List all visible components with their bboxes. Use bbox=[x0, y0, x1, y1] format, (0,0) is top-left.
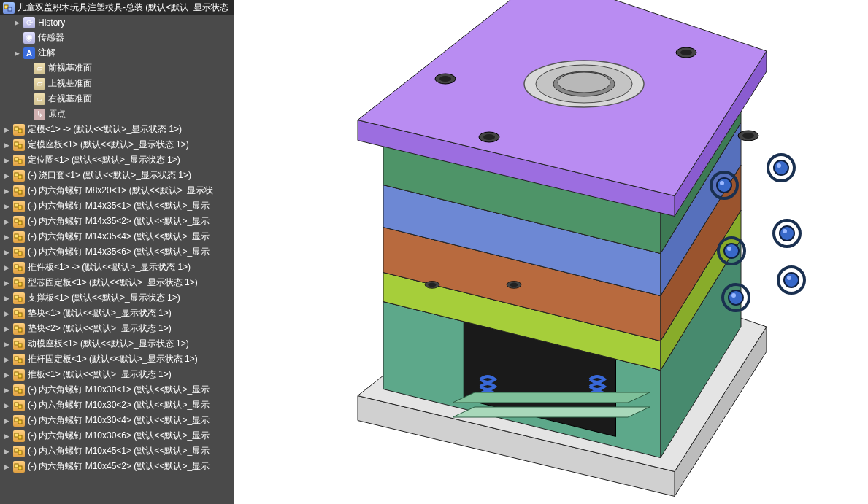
svg-rect-16 bbox=[15, 234, 18, 238]
tree-item-label: 定位圈<1> (默认<<默认>_显示状态 1>) bbox=[28, 154, 180, 166]
tree-item[interactable]: ▶推杆固定板<1> (默认<<默认>_显示状态 1>) bbox=[0, 352, 234, 367]
tree-header[interactable]: 儿童双盖积木玩具注塑模具-总装 (默认<默认_显示状态 bbox=[0, 0, 234, 15]
part-icon bbox=[13, 231, 25, 243]
part-icon bbox=[13, 170, 25, 182]
tree-item[interactable]: ▱前视基准面 bbox=[0, 61, 234, 76]
expand-icon[interactable]: ▶ bbox=[13, 19, 20, 26]
bolt-icon bbox=[425, 282, 439, 289]
tree-item[interactable]: ▶推件板<1> -> (默认<<默认>_显示状态 1>) bbox=[0, 260, 234, 275]
expand-icon[interactable]: ▶ bbox=[3, 218, 10, 225]
expand-icon[interactable]: ▶ bbox=[3, 295, 10, 302]
expand-icon[interactable]: ▶ bbox=[3, 341, 10, 348]
expand-icon[interactable]: ▶ bbox=[3, 279, 10, 287]
svg-rect-23 bbox=[18, 282, 22, 286]
part-icon bbox=[13, 292, 25, 304]
tree-item[interactable]: ▶型芯固定板<1> (默认<<默认>_显示状态 1>) bbox=[0, 275, 234, 290]
tree-item-label: 动模座板<1> (默认<<默认>_显示状态 1>) bbox=[28, 338, 189, 350]
expand-icon[interactable]: ▶ bbox=[3, 172, 10, 179]
graphics-viewport[interactable] bbox=[234, 0, 868, 504]
expand-icon[interactable]: ▶ bbox=[3, 126, 10, 133]
svg-rect-47 bbox=[18, 466, 22, 470]
bolt-icon bbox=[676, 47, 696, 58]
tree-item[interactable]: ↳原点 bbox=[0, 106, 234, 122]
annot-icon: A bbox=[23, 47, 35, 59]
expand-icon[interactable]: ▶ bbox=[3, 187, 10, 195]
part-icon bbox=[13, 369, 25, 381]
expand-icon[interactable]: ▶ bbox=[13, 50, 20, 57]
feature-tree-panel[interactable]: 儿童双盖积木玩具注塑模具-总装 (默认<默认_显示状态 ▶⟳History◉传感… bbox=[0, 0, 234, 504]
history-icon: ⟳ bbox=[23, 17, 35, 28]
expand-icon[interactable]: ▶ bbox=[3, 310, 10, 317]
svg-rect-5 bbox=[18, 144, 22, 148]
tree-item[interactable]: ▱右视基准面 bbox=[0, 91, 234, 106]
svg-rect-28 bbox=[15, 326, 18, 330]
mold-model bbox=[299, 0, 825, 504]
part-icon bbox=[13, 400, 25, 411]
part-icon bbox=[13, 155, 25, 166]
ejector-plate-inner bbox=[453, 407, 650, 417]
expand-icon bbox=[23, 111, 31, 118]
expand-icon[interactable]: ▶ bbox=[3, 249, 10, 256]
tree-item[interactable]: ▶(-) 内六角螺钉 M14x35<2> (默认<<默认>_显示 bbox=[0, 214, 234, 229]
expand-icon[interactable]: ▶ bbox=[3, 433, 10, 440]
expand-icon[interactable]: ▶ bbox=[3, 387, 10, 394]
origin-icon: ↳ bbox=[34, 109, 45, 120]
tree-item[interactable]: ▶(-) 内六角螺钉 M10x30<6> (默认<<默认>_显示 bbox=[0, 428, 234, 443]
svg-rect-14 bbox=[15, 219, 18, 222]
tree-item[interactable]: ▶推板<1> (默认<<默认>_显示状态 1>) bbox=[0, 367, 234, 382]
tree-item-label: 垫块<2> (默认<<默认>_显示状态 1>) bbox=[28, 322, 172, 335]
expand-icon[interactable]: ▶ bbox=[3, 203, 10, 210]
svg-rect-34 bbox=[15, 372, 18, 376]
tree-item[interactable]: ▶(-) 内六角螺钉 M8x20<1> (默认<<默认>_显示状 bbox=[0, 183, 234, 198]
expand-icon[interactable]: ▶ bbox=[3, 417, 10, 424]
tree-item[interactable]: ◉传感器 bbox=[0, 30, 234, 45]
part-icon bbox=[13, 415, 25, 427]
expand-icon[interactable]: ▶ bbox=[3, 233, 10, 241]
tree-item[interactable]: ▶支撑板<1> (默认<<默认>_显示状态 1>) bbox=[0, 290, 234, 306]
expand-icon[interactable]: ▶ bbox=[3, 463, 10, 470]
svg-rect-32 bbox=[15, 357, 18, 360]
tree-item[interactable]: ▶动模座板<1> (默认<<默认>_显示状态 1>) bbox=[0, 336, 234, 352]
tree-item[interactable]: ▶⟳History bbox=[0, 15, 234, 30]
tree-item[interactable]: ▶(-) 内六角螺钉 M10x45<1> (默认<<默认>_显示 bbox=[0, 443, 234, 459]
expand-icon[interactable]: ▶ bbox=[3, 356, 10, 363]
tree-item[interactable]: ▶垫块<2> (默认<<默认>_显示状态 1>) bbox=[0, 321, 234, 336]
tree-item[interactable]: ▶定模座板<1> (默认<<默认>_显示状态 1>) bbox=[0, 137, 234, 152]
expand-icon[interactable]: ▶ bbox=[3, 325, 10, 333]
tree-item[interactable]: ▶(-) 浇口套<1> (默认<<默认>_显示状态 1>) bbox=[0, 168, 234, 183]
expand-icon[interactable]: ▶ bbox=[3, 264, 10, 271]
part-icon bbox=[13, 308, 25, 319]
expand-icon bbox=[23, 80, 31, 88]
expand-icon[interactable]: ▶ bbox=[3, 157, 10, 164]
tree-item[interactable]: ▶(-) 内六角螺钉 M10x30<4> (默认<<默认>_显示 bbox=[0, 413, 234, 428]
tree-item-label: 原点 bbox=[48, 108, 66, 120]
tree-item[interactable]: ▱上视基准面 bbox=[0, 76, 234, 91]
tree-item[interactable]: ▶(-) 内六角螺钉 M10x30<2> (默认<<默认>_显示 bbox=[0, 398, 234, 413]
part-icon bbox=[13, 216, 25, 228]
port-icon bbox=[774, 220, 800, 247]
plane-icon: ▱ bbox=[34, 78, 45, 90]
tree-item[interactable]: ▶A注解 bbox=[0, 45, 234, 61]
svg-rect-42 bbox=[15, 433, 18, 437]
tree-item-label: (-) 内六角螺钉 M10x45<2> (默认<<默认>_显示 bbox=[28, 460, 210, 473]
tree-item[interactable]: ▶(-) 内六角螺钉 M14x35<4> (默认<<默认>_显示 bbox=[0, 229, 234, 244]
tree-item[interactable]: ▶(-) 内六角螺钉 M14x35<1> (默认<<默认>_显示 bbox=[0, 198, 234, 214]
tree-item[interactable]: ▶垫块<1> (默认<<默认>_显示状态 1>) bbox=[0, 306, 234, 321]
tree-item-label: 前视基准面 bbox=[48, 62, 92, 74]
svg-point-56 bbox=[558, 72, 610, 93]
tree-item[interactable]: ▶(-) 内六角螺钉 M10x30<1> (默认<<默认>_显示 bbox=[0, 382, 234, 398]
tree-item-label: 右视基准面 bbox=[48, 93, 92, 105]
tree-item[interactable]: ▶(-) 内六角螺钉 M10x45<2> (默认<<默认>_显示 bbox=[0, 459, 234, 474]
tree-item[interactable]: ▶定模<1> -> (默认<<默认>_显示状态 1>) bbox=[0, 122, 234, 137]
assembly-icon bbox=[3, 2, 15, 14]
tree-item-label: 推杆固定板<1> (默认<<默认>_显示状态 1>) bbox=[28, 353, 198, 365]
tree-item[interactable]: ▶(-) 内六角螺钉 M14x35<6> (默认<<默认>_显示 bbox=[0, 244, 234, 260]
expand-icon[interactable]: ▶ bbox=[3, 402, 10, 409]
tree-item-label: (-) 内六角螺钉 M14x35<6> (默认<<默认>_显示 bbox=[28, 246, 210, 258]
tree-item[interactable]: ▶定位圈<1> (默认<<默认>_显示状态 1>) bbox=[0, 152, 234, 168]
bolt-icon bbox=[738, 131, 758, 141]
svg-rect-2 bbox=[15, 127, 18, 131]
expand-icon[interactable]: ▶ bbox=[3, 371, 10, 379]
expand-icon[interactable]: ▶ bbox=[3, 448, 10, 455]
expand-icon[interactable]: ▶ bbox=[3, 141, 10, 149]
